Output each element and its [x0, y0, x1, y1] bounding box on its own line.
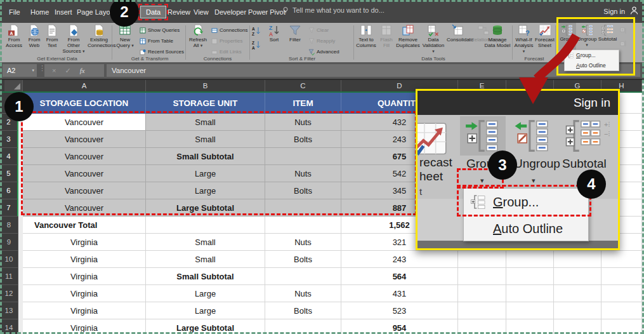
- cell-F11[interactable]: [506, 268, 554, 285]
- cell-H12[interactable]: [601, 285, 642, 302]
- panel-ungroup-icon[interactable]: [514, 118, 549, 154]
- row-header-4[interactable]: 4: [0, 148, 18, 165]
- cell-E11[interactable]: [458, 268, 506, 285]
- column-header-B[interactable]: B: [146, 80, 265, 91]
- recent-sources-button[interactable]: Recent Sources: [140, 48, 184, 56]
- consolidate-button[interactable]: Consolidate: [447, 24, 470, 43]
- cell-A2[interactable]: Vancouver: [23, 114, 146, 131]
- row-header-9[interactable]: 9: [0, 234, 18, 251]
- from-text-button[interactable]: From Text: [43, 24, 61, 49]
- header-cell-C1[interactable]: ITEM: [265, 93, 341, 114]
- cell-C9[interactable]: Nuts: [265, 234, 341, 251]
- name-box-caret-icon[interactable]: ▾: [32, 68, 34, 73]
- cell-F10[interactable]: [506, 251, 554, 268]
- row-header-6[interactable]: 6: [0, 182, 18, 199]
- cell-D12[interactable]: 431: [341, 285, 458, 302]
- cell-E14[interactable]: [458, 319, 506, 334]
- column-header-C[interactable]: C: [265, 80, 341, 91]
- row-header-12[interactable]: 12: [0, 285, 18, 302]
- sort-descending-button[interactable]: ZA: [251, 41, 261, 49]
- sort-button[interactable]: Z A Sort: [264, 24, 284, 43]
- cell-C12[interactable]: Nuts: [265, 285, 341, 302]
- tab-view[interactable]: View: [194, 8, 209, 16]
- cell-A8[interactable]: Vancouver Total: [23, 217, 146, 234]
- cell-A9[interactable]: Virginia: [23, 234, 146, 251]
- advanced-button[interactable]: Advanced: [308, 48, 339, 56]
- sort-ascending-button[interactable]: AZ: [251, 27, 261, 35]
- cell-D10[interactable]: 243: [341, 251, 458, 268]
- cell-C6[interactable]: Bolts: [265, 182, 341, 199]
- manage-data-model-button[interactable]: Manage Data Model: [483, 24, 511, 49]
- cell-A10[interactable]: Virginia: [23, 251, 146, 268]
- cell-D13[interactable]: 523: [341, 302, 458, 319]
- cell-H13[interactable]: [601, 302, 642, 319]
- row-header-13[interactable]: 13: [0, 302, 18, 319]
- row-header-3[interactable]: 3: [0, 131, 18, 148]
- cell-E12[interactable]: [458, 285, 506, 302]
- cell-A6[interactable]: Vancouver: [23, 182, 146, 199]
- cell-F14[interactable]: [506, 319, 554, 334]
- tab-review[interactable]: Review: [168, 8, 190, 16]
- insert-function-icon[interactable]: fx: [80, 67, 85, 74]
- cell-G14[interactable]: [554, 319, 601, 334]
- tab-power-pivot[interactable]: Power Pivot: [248, 8, 286, 16]
- tell-me-box[interactable]: Tell me what you want to do...: [282, 6, 384, 14]
- cell-G12[interactable]: [554, 285, 601, 302]
- cell-A7[interactable]: Vancouver: [23, 199, 146, 217]
- tab-file[interactable]: File: [9, 8, 20, 16]
- cell-B2[interactable]: Small: [146, 114, 265, 131]
- tab-home[interactable]: Home: [30, 8, 49, 16]
- row-header-5[interactable]: 5: [0, 165, 18, 182]
- connections-button[interactable]: Connections: [211, 26, 247, 34]
- group-dropdown-caret[interactable]: ▾: [566, 43, 568, 47]
- cell-C13[interactable]: Bolts: [265, 302, 341, 319]
- cell-A5[interactable]: Vancouver: [23, 165, 146, 182]
- header-cell-A1[interactable]: STORAGE LOCATION: [23, 93, 146, 114]
- cell-H10[interactable]: [601, 251, 642, 268]
- cell-C8[interactable]: [265, 217, 341, 234]
- row-header-7[interactable]: 7: [0, 199, 18, 217]
- text-to-columns-button[interactable]: Text to Columns: [355, 24, 377, 49]
- cell-B13[interactable]: Large: [146, 302, 265, 319]
- row-header-10[interactable]: 10: [0, 251, 18, 268]
- cell-A13[interactable]: Virginia: [23, 302, 146, 319]
- cell-C4[interactable]: [265, 148, 341, 165]
- cell-B10[interactable]: Small: [146, 251, 265, 268]
- menu-item-auto-outline[interactable]: Auto Outline: [565, 60, 619, 70]
- show-queries-button[interactable]: Show Queries: [140, 26, 180, 34]
- panel-subtotal-icon[interactable]: [565, 118, 601, 154]
- enter-icon[interactable]: ✓: [65, 67, 70, 75]
- formula-input[interactable]: Vancouver: [107, 64, 640, 77]
- cell-E13[interactable]: [458, 302, 506, 319]
- cell-C10[interactable]: Bolts: [265, 251, 341, 268]
- cell-C3[interactable]: Bolts: [265, 131, 341, 148]
- forecast-sheet-button[interactable]: Forecast Sheet: [534, 24, 555, 49]
- cell-G10[interactable]: [554, 251, 601, 268]
- cell-D14[interactable]: 954: [341, 319, 458, 334]
- cell-F13[interactable]: [506, 302, 554, 319]
- cell-B9[interactable]: Small: [146, 234, 265, 251]
- sign-in-link[interactable]: Sign in: [603, 8, 625, 15]
- from-other-sources-button[interactable]: From Other Sources ▾: [61, 24, 86, 55]
- from-access-button[interactable]: A From Access: [4, 24, 24, 49]
- cell-E10[interactable]: [458, 251, 506, 268]
- cancel-icon[interactable]: ×: [52, 67, 56, 74]
- row-header-14[interactable]: 14: [0, 319, 18, 334]
- cell-B3[interactable]: Small: [146, 131, 265, 148]
- header-cell-B1[interactable]: STORAGE UNIT: [146, 93, 265, 114]
- panel-group-caret-icon[interactable]: ▾: [480, 177, 484, 185]
- cell-C14[interactable]: [265, 319, 341, 334]
- panel-subtotal-label[interactable]: Subtotal: [562, 157, 607, 171]
- cell-C11[interactable]: [265, 268, 341, 285]
- what-if-analysis-button[interactable]: ? What-If Analysis ▾: [513, 24, 534, 55]
- cell-B5[interactable]: Large: [146, 165, 265, 182]
- cell-F12[interactable]: [506, 285, 554, 302]
- cell-D11[interactable]: 564: [341, 268, 458, 285]
- panel-ungroup-caret-icon[interactable]: ▾: [532, 177, 536, 185]
- ungroup-button[interactable]: Ungroup▾: [577, 24, 597, 48]
- select-all-corner[interactable]: [4, 80, 23, 91]
- from-web-button[interactable]: From Web: [25, 24, 43, 49]
- tab-data[interactable]: Data: [140, 6, 166, 18]
- data-validation-button[interactable]: Data Validation ▾: [421, 24, 445, 55]
- cell-A4[interactable]: Vancouver: [23, 148, 146, 165]
